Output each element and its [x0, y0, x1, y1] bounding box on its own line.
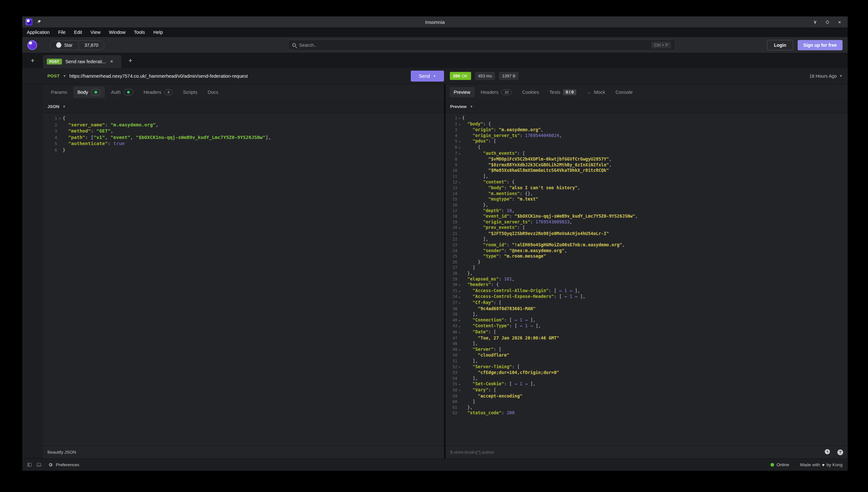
line-number: 1	[446, 116, 457, 121]
fold-toggle-icon[interactable]: ▸	[457, 289, 462, 294]
tab-label: Body	[77, 90, 88, 95]
tab-label: Params	[51, 90, 67, 95]
close-icon[interactable]: ×	[835, 18, 844, 26]
fold-toggle-icon[interactable]: ▾	[457, 388, 462, 393]
menu-window[interactable]: Window	[109, 30, 125, 35]
fold-toggle-icon[interactable]: ▾	[457, 300, 462, 306]
response-tab-preview[interactable]: Preview	[449, 87, 475, 97]
star-count[interactable]: 37,870	[78, 41, 104, 50]
code-text: "$8zrmxB8YnXdbJ2k3CxGBOLih2MthBy_6zInXiN…	[462, 162, 611, 168]
maximize-icon[interactable]: ◇	[822, 18, 832, 26]
code-line-16: 16 },	[446, 202, 848, 208]
code-line-55: 55▸ "Set-Cookie": [ ↔ 1 ↔ ],	[446, 381, 848, 387]
line-number: 39	[446, 312, 457, 317]
fold-toggle-icon[interactable]: ▾	[457, 116, 462, 121]
preferences-button[interactable]: Preferences	[48, 462, 79, 467]
github-star-widget[interactable]: Star 37,870	[50, 40, 104, 50]
toggle-sidebar-icon[interactable]	[27, 463, 32, 467]
code-text: "server_name": "m.easydemo.org",	[63, 122, 159, 128]
search-input[interactable]: Search.. Ctrl + P	[288, 40, 675, 51]
fold-toggle-icon[interactable]: ▾	[457, 282, 462, 288]
fold-toggle-icon[interactable]: ▸	[457, 382, 462, 387]
fold-toggle-icon[interactable]: ▾	[457, 180, 462, 186]
top-bar: Star 37,870 Search.. Ctrl + P Login Sign…	[22, 37, 848, 53]
filter-input[interactable]: $.store.books[*].author	[450, 450, 494, 454]
line-number: 37	[446, 300, 457, 306]
code-line-24: 24 "sender": "@nex:m.easydemo.org",	[446, 248, 848, 254]
menu-file[interactable]: File	[58, 30, 66, 35]
fold-toggle-icon[interactable]: ▸	[457, 324, 462, 329]
code-line-18: 18 "event_id": "$bOXCK1nu-qqj-sWeB9v_kud…	[446, 214, 848, 219]
response-history-dropdown[interactable]: 18 Hours Ago ▼	[809, 74, 843, 79]
fold-toggle-icon[interactable]: ▾	[457, 151, 462, 157]
fold-toggle-icon[interactable]: ▸	[457, 318, 462, 323]
response-tabs: PreviewHeaders10CookiesTests0 / 0→MockCo…	[446, 84, 848, 100]
menu-tools[interactable]: Tools	[134, 30, 145, 35]
request-body-editor[interactable]: 1▾{2 "server_name": "m.easydemo.org",3 "…	[43, 113, 444, 446]
request-tab-body[interactable]: Body	[73, 87, 105, 98]
code-line-11: 11 ],	[446, 173, 848, 179]
line-number: 2	[43, 122, 57, 128]
response-preview[interactable]: 1▾{2▾ "body": {3 "origin": "m.easydemo.o…	[446, 113, 848, 446]
new-collection-button[interactable]: +	[22, 53, 43, 68]
star-button[interactable]: Star	[50, 41, 78, 50]
code-text: "body": "also I can't see history",	[462, 185, 580, 191]
code-text: "$vMDOpiFcV5C2b4XDPlm-0kwtjbfGGVfCrGwgyU…	[462, 156, 611, 162]
tab-close-icon[interactable]: ×	[110, 59, 113, 65]
code-text: "body": {	[462, 121, 491, 127]
line-number: 2	[446, 122, 457, 127]
line-number: 16	[446, 202, 457, 208]
request-tab[interactable]: POST Send raw federati... ×	[43, 55, 121, 68]
preview-mode-dropdown[interactable]: Preview ▼	[446, 100, 848, 113]
login-button[interactable]: Login	[767, 40, 793, 50]
response-tab-headers[interactable]: Headers10	[476, 87, 516, 98]
fold-toggle-icon[interactable]: ▾	[457, 122, 462, 127]
filter-help-icon[interactable]: ?	[837, 449, 843, 455]
signup-button[interactable]: Sign up for free	[798, 40, 843, 50]
fold-toggle-icon[interactable]: ▾	[457, 139, 462, 144]
line-number: 30	[446, 282, 457, 288]
url-input[interactable]: https://hammerhead.nexy7574.co.uk/_hamme…	[69, 74, 248, 79]
menu-application[interactable]: Application	[27, 30, 50, 35]
menu-help[interactable]: Help	[153, 30, 163, 35]
response-tab-mock[interactable]: →Mock	[582, 87, 610, 97]
response-tab-tests[interactable]: Tests0 / 0	[545, 87, 581, 98]
code-text: "Content-Type": [ ↔ 1 ↔ ],	[462, 323, 541, 328]
new-tab-button[interactable]: +	[128, 57, 132, 65]
tab-label: Mock	[594, 90, 605, 95]
code-text: "Server": [	[462, 347, 501, 352]
code-line-59: 59 "accept-encoding"	[446, 393, 848, 399]
code-line-58: 58▾ "Vary": [	[446, 387, 848, 393]
send-button[interactable]: Send ▼	[411, 71, 444, 81]
fold-toggle-icon[interactable]: ▾	[457, 347, 462, 353]
code-text: "msgtype": "m.text"	[462, 196, 538, 202]
code-text: "Cf-Ray": [	[462, 300, 501, 305]
request-tab-auth[interactable]: Auth	[107, 87, 138, 98]
send-options-caret-icon[interactable]: ▼	[433, 74, 436, 78]
method-selector[interactable]: POST	[47, 74, 60, 78]
menu-edit[interactable]: Edit	[74, 30, 82, 35]
toggle-panel-icon[interactable]	[37, 463, 41, 467]
fold-toggle-icon[interactable]: ▾	[457, 145, 462, 151]
fold-toggle-icon[interactable]: ▾	[57, 116, 63, 122]
body-type-dropdown[interactable]: JSON ▼	[43, 100, 444, 113]
code-line-47: 47 "Tue, 27 Jan 2026 20:00:46 GMT"	[446, 335, 848, 341]
code-text: "auth_events": [	[462, 151, 525, 156]
request-tab-headers[interactable]: Headers4	[139, 87, 177, 98]
request-tab-params[interactable]: Params	[47, 87, 71, 97]
fold-toggle-icon[interactable]: ▾	[457, 225, 462, 231]
tests-count-badge: 0 / 0	[563, 89, 576, 95]
request-tab-scripts[interactable]: Scripts	[179, 87, 201, 97]
menu-view[interactable]: View	[90, 30, 100, 35]
response-tab-console[interactable]: Console	[611, 87, 637, 97]
request-tab-docs[interactable]: Docs	[203, 87, 222, 97]
response-tab-cookies[interactable]: Cookies	[518, 87, 543, 97]
filter-history-icon[interactable]	[824, 449, 830, 456]
fold-toggle-icon[interactable]: ▸	[457, 294, 462, 300]
fold-toggle-icon[interactable]: ▾	[457, 365, 462, 370]
code-text: "Access-Control-Allow-Origin": [ ↔ 1 ↔ ]…	[462, 288, 580, 293]
tab-label: Console	[615, 90, 632, 95]
fold-toggle-icon[interactable]: ▾	[457, 330, 462, 335]
beautify-json-button[interactable]: Beautify JSON	[47, 450, 76, 454]
minimize-icon[interactable]: ∨	[810, 18, 820, 26]
